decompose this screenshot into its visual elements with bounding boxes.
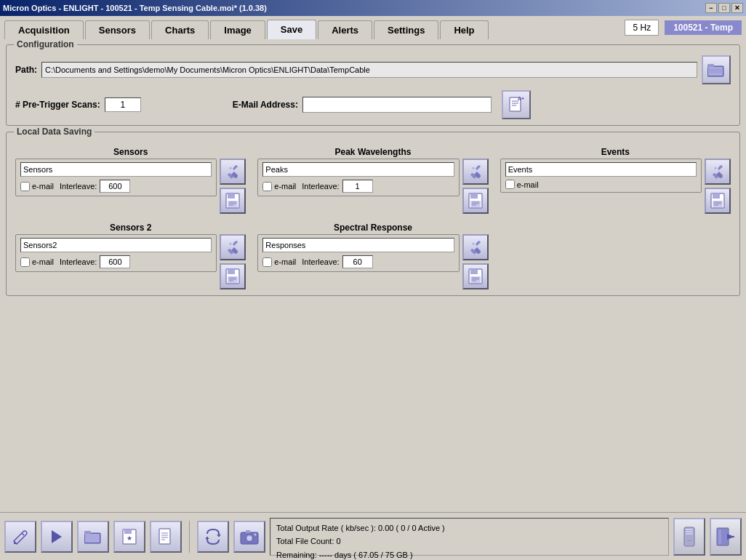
- svg-point-63: [254, 533, 257, 535]
- responses-save-button[interactable]: [462, 263, 489, 289]
- loop-icon: [204, 528, 222, 545]
- email-input[interactable]: [302, 97, 492, 113]
- right-status-buttons: ---: [673, 518, 742, 556]
- svg-rect-65: [686, 529, 693, 530]
- total-output-rate: Total Output Rate ( kb/sec ): 0.00 ( 0 /…: [276, 521, 662, 535]
- new-doc-button[interactable]: [150, 521, 182, 553]
- empty-column: [500, 223, 731, 289]
- close-button[interactable]: ✕: [731, 3, 743, 13]
- peaks-interleave-label: Interleave:: [302, 182, 339, 191]
- responses-email-checkbox[interactable]: [262, 257, 272, 267]
- peaks-email-checkbox[interactable]: [262, 182, 272, 191]
- events-group: Events e-mail: [500, 147, 731, 214]
- storage-button[interactable]: ---: [673, 518, 705, 556]
- exit-button[interactable]: [710, 518, 742, 556]
- sensors2-group: Sensors 2 e-mail Interleave:: [15, 223, 246, 289]
- pretrigger-input[interactable]: [105, 97, 141, 112]
- path-label: Path:: [15, 65, 37, 75]
- loop-button[interactable]: [197, 521, 229, 553]
- sensors-config-button[interactable]: [220, 159, 246, 185]
- events-config-button[interactable]: [705, 159, 731, 185]
- svg-rect-71: [718, 529, 721, 544]
- wrench-screwdriver-icon-3: [710, 164, 726, 180]
- tab-right-area: 5 Hz 100521 - Temp: [625, 20, 742, 39]
- svg-rect-50: [124, 529, 132, 534]
- tab-settings[interactable]: Settings: [374, 20, 438, 39]
- svg-rect-62: [246, 530, 250, 533]
- responses-email-label[interactable]: e-mail: [262, 257, 296, 267]
- content-area: Configuration Path:: [0, 39, 746, 512]
- minimize-button[interactable]: −: [705, 3, 717, 13]
- open-folder-icon: [84, 529, 102, 544]
- sensors2-config-button[interactable]: [220, 234, 246, 260]
- svg-rect-48: [85, 534, 100, 543]
- camera-icon: [240, 529, 259, 545]
- save-starred-button[interactable]: ★: [113, 521, 145, 553]
- play-button[interactable]: [41, 521, 73, 553]
- sensors-interleave-input[interactable]: [100, 180, 130, 193]
- pen-tool-button[interactable]: [4, 521, 36, 553]
- sensors2-save-button[interactable]: [220, 263, 246, 289]
- browse-folder-button[interactable]: [702, 55, 731, 84]
- camera-button[interactable]: [233, 521, 265, 553]
- tab-acquisition[interactable]: Acquisition: [4, 20, 84, 39]
- svg-text:A+: A+: [518, 97, 524, 101]
- save-icon-3: [710, 193, 726, 209]
- sensors2-group-title: Sensors 2: [15, 223, 246, 233]
- sensors2-interleave-label: Interleave:: [60, 257, 97, 266]
- total-file-count: Total File Count: 0: [276, 535, 662, 548]
- sensors-email-checkbox[interactable]: [20, 182, 30, 191]
- events-save-button[interactable]: [705, 188, 731, 214]
- responses-interleave-label: Interleave:: [302, 257, 339, 266]
- svg-text:---: ---: [687, 538, 691, 543]
- sensors-group: Sensors e-mail Interleave:: [15, 147, 246, 214]
- svg-rect-26: [713, 193, 720, 199]
- sensors2-email-label[interactable]: e-mail: [20, 257, 54, 267]
- peaks-filename[interactable]: [262, 162, 454, 177]
- maximize-button[interactable]: □: [718, 3, 730, 13]
- events-group-title: Events: [500, 147, 731, 157]
- events-filename[interactable]: [505, 162, 697, 177]
- local-data-saving-section: Local Data Saving Sensors e-ma: [6, 132, 740, 296]
- sensors2-filename[interactable]: [20, 238, 212, 252]
- peaks-interleave-input[interactable]: [342, 180, 373, 193]
- svg-marker-57: [217, 535, 221, 537]
- peaks-config-button[interactable]: [462, 159, 489, 185]
- svg-text:★: ★: [127, 535, 132, 542]
- open-folder-button[interactable]: [77, 521, 109, 553]
- wrench-screwdriver-icon: [225, 164, 241, 180]
- folder-icon: [707, 63, 725, 77]
- exit-icon: [715, 527, 736, 547]
- responses-filename[interactable]: [262, 238, 454, 252]
- sensors2-interleave-input[interactable]: [100, 255, 130, 268]
- tab-alerts[interactable]: Alerts: [318, 20, 372, 39]
- peaks-email-label[interactable]: e-mail: [262, 182, 296, 191]
- tab-charts[interactable]: Charts: [151, 20, 209, 39]
- svg-rect-66: [686, 531, 693, 532]
- email-settings-button[interactable]: A+: [502, 90, 531, 119]
- sensors-save-button[interactable]: [220, 188, 246, 214]
- svg-rect-2: [708, 67, 723, 76]
- storage-icon: ---: [682, 526, 697, 548]
- events-email-label[interactable]: e-mail: [505, 180, 539, 189]
- tab-help[interactable]: Help: [440, 20, 488, 39]
- status-info-area: Total Output Rate ( kb/sec ): 0.00 ( 0 /…: [270, 518, 669, 556]
- responses-interleave-input[interactable]: [342, 255, 373, 268]
- tab-image[interactable]: Image: [210, 20, 265, 39]
- window-controls: − □ ✕: [705, 3, 743, 13]
- events-email-checkbox[interactable]: [505, 180, 515, 189]
- tab-sensors[interactable]: Sensors: [85, 20, 150, 39]
- peaks-save-button[interactable]: [462, 188, 489, 214]
- path-input[interactable]: [41, 62, 697, 78]
- responses-config-button[interactable]: [462, 234, 489, 260]
- configuration-section: Configuration Path:: [6, 44, 740, 126]
- wrench-screwdriver-icon-5: [468, 239, 484, 255]
- save-icon: [225, 193, 241, 209]
- sensors-filename[interactable]: [20, 162, 212, 177]
- tab-save[interactable]: Save: [267, 20, 316, 39]
- configuration-title: Configuration: [14, 39, 77, 49]
- save-icon-5: [468, 268, 484, 284]
- sensors-email-label[interactable]: e-mail: [20, 182, 54, 191]
- wrench-screwdriver-icon-2: [468, 164, 484, 180]
- sensors2-email-checkbox[interactable]: [20, 257, 30, 267]
